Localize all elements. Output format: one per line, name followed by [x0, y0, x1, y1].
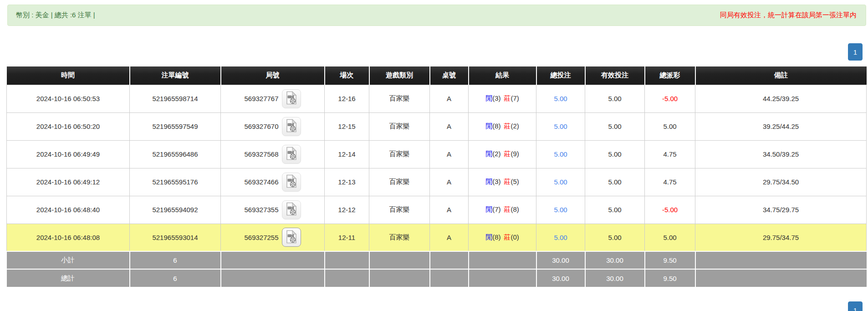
valid-bet-cell: 5.00 [585, 85, 645, 112]
payout-cell: -5.00 [645, 196, 695, 224]
result-player-label: 閒 [485, 150, 492, 158]
total-bet-link[interactable]: 5.00 [554, 95, 567, 102]
pagination-page-1-top[interactable]: 1 [848, 43, 863, 61]
result-player-label: 閒 [485, 94, 492, 102]
total-label: 總計 [7, 269, 130, 287]
game-type-cell: 百家樂 [369, 196, 430, 224]
result-player-score: (2) [492, 150, 500, 158]
table-no-cell: A [430, 224, 469, 251]
total-bet-link[interactable]: 5.00 [554, 122, 567, 130]
header-result: 結果 [469, 66, 536, 85]
subtotal-count: 6 [130, 251, 221, 269]
total-valid-bet: 30.00 [585, 269, 645, 287]
result-banker-score: (5) [511, 178, 519, 185]
header-remark: 備註 [695, 66, 867, 85]
round-cell: 569327670 [221, 112, 325, 140]
pagination-page-1-bottom[interactable]: 1 [848, 301, 863, 311]
result-player-score: (3) [492, 178, 500, 185]
remark-cell: 34.50/39.25 [695, 140, 867, 168]
session-cell: 12-15 [325, 112, 369, 140]
subtotal-valid-bet: 30.00 [585, 251, 645, 269]
round-id: 569327670 [244, 122, 278, 130]
round-cell: 569327255 [221, 224, 325, 251]
result-banker-label: 莊 [504, 233, 511, 241]
session-cell: 12-16 [325, 85, 369, 112]
game-type-cell: 百家樂 [369, 224, 430, 251]
total-bet-cell: 5.00 [536, 196, 585, 224]
total-bet-link[interactable]: 5.00 [554, 178, 567, 186]
result-banker-label: 莊 [504, 122, 511, 130]
valid-bet-cell: 5.00 [585, 112, 645, 140]
header-bet-id: 注單編號 [130, 66, 221, 85]
table-no-cell: A [430, 168, 469, 196]
header-table-no: 桌號 [430, 66, 469, 85]
grand-total-row: 總計 6 30.00 30.00 9.50 [7, 269, 867, 287]
result-cell: 閒(7)莊(8) [469, 196, 536, 224]
table-row: 2024-10-16 06:48:40 521965594092 5693273… [7, 196, 867, 224]
round-id: 569327466 [244, 178, 278, 186]
header-valid-bet: 有效投注 [585, 66, 645, 85]
header-game-type: 遊戲類別 [369, 66, 430, 85]
round-id: 569327255 [244, 234, 278, 241]
total-bet-cell: 5.00 [536, 224, 585, 251]
result-cell: 閒(8)莊(0) [469, 224, 536, 251]
session-cell: 12-14 [325, 140, 369, 168]
bet-id-cell: 521965594092 [130, 196, 221, 224]
result-banker-score: (8) [511, 205, 519, 213]
result-player-score: (7) [492, 205, 500, 213]
total-bet-link[interactable]: 5.00 [554, 150, 567, 158]
remark-cell: 34.75/29.75 [695, 196, 867, 224]
table-no-cell: A [430, 196, 469, 224]
result-banker-score: (7) [511, 94, 519, 102]
result-banker-score: (0) [511, 233, 519, 241]
result-banker-label: 莊 [504, 94, 511, 102]
currency-summary-bar: 幣別 : 美金 | 總共 :6 注單 | 同局有效投注，統一計算在該局第一張注單… [7, 5, 866, 26]
total-bet-cell: 5.00 [536, 85, 585, 112]
video-replay-button[interactable] [282, 228, 301, 247]
header-round-id: 局號 [221, 66, 325, 85]
round-cell: 569327355 [221, 196, 325, 224]
video-replay-button[interactable] [282, 200, 301, 219]
remark-cell: 39.25/44.25 [695, 112, 867, 140]
result-cell: 閒(8)莊(2) [469, 112, 536, 140]
header-time: 時間 [7, 66, 130, 85]
result-player-score: (8) [492, 233, 500, 241]
total-bet-link[interactable]: 5.00 [554, 206, 567, 214]
currency-total-label: 幣別 : 美金 | 總共 :6 注單 | [16, 11, 95, 20]
valid-bet-cell: 5.00 [585, 140, 645, 168]
video-replay-icon [285, 230, 298, 245]
total-count: 6 [130, 269, 221, 287]
result-player-label: 閒 [485, 233, 492, 241]
subtotal-row: 小計 6 30.00 30.00 9.50 [7, 251, 867, 269]
session-cell: 12-11 [325, 224, 369, 251]
valid-bet-cell: 5.00 [585, 196, 645, 224]
payout-cell: 5.00 [645, 224, 695, 251]
table-no-cell: A [430, 112, 469, 140]
table-row: 2024-10-16 06:48:08 521965593014 5693272… [7, 224, 867, 251]
total-bet-cell: 5.00 [536, 140, 585, 168]
remark-cell: 29.75/34.75 [695, 224, 867, 251]
result-cell: 閒(2)莊(9) [469, 140, 536, 168]
total-bet-link[interactable]: 5.00 [554, 234, 567, 241]
result-banker-score: (2) [511, 122, 519, 130]
video-replay-button[interactable] [282, 89, 301, 108]
subtotal-payout: 9.50 [645, 251, 695, 269]
game-type-cell: 百家樂 [369, 168, 430, 196]
video-replay-button[interactable] [282, 117, 301, 136]
header-session: 場次 [325, 66, 369, 85]
video-replay-button[interactable] [282, 145, 301, 164]
table-header-row: 時間 注單編號 局號 場次 遊戲類別 桌號 結果 總投注 有效投注 總派彩 備註 [7, 66, 867, 85]
round-cell: 569327568 [221, 140, 325, 168]
bet-id-cell: 521965596486 [130, 140, 221, 168]
subtotal-total-bet: 30.00 [536, 251, 585, 269]
valid-bet-cell: 5.00 [585, 168, 645, 196]
round-id: 569327355 [244, 206, 278, 214]
time-cell: 2024-10-16 06:48:40 [7, 196, 130, 224]
video-replay-button[interactable] [282, 173, 301, 192]
result-player-label: 閒 [485, 205, 492, 213]
session-cell: 12-12 [325, 196, 369, 224]
table-row: 2024-10-16 06:50:20 521965597549 5693276… [7, 112, 867, 140]
header-payout: 總派彩 [645, 66, 695, 85]
time-cell: 2024-10-16 06:49:49 [7, 140, 130, 168]
round-id: 569327568 [244, 150, 278, 158]
